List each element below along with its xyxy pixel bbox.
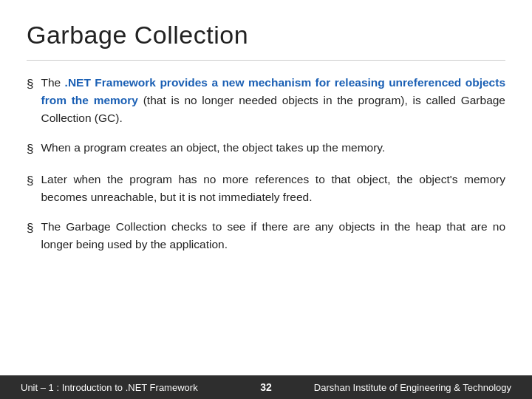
footer: Unit – 1 : Introduction to .NET Framewor… <box>0 375 532 399</box>
title-divider <box>27 60 505 61</box>
bullet-item-2: § When a program creates an object, the … <box>27 139 505 159</box>
page-title: Garbage Collection <box>27 21 505 50</box>
main-content: Garbage Collection § The .NET Framework … <box>0 0 532 280</box>
bullet-list: § The .NET Framework provides a new mech… <box>27 74 505 253</box>
bullet-symbol-4: § <box>27 219 33 238</box>
bullet-item-1: § The .NET Framework provides a new mech… <box>27 74 505 127</box>
footer-page-number: 32 <box>260 381 272 393</box>
bullet-text-3: Later when the program has no more refer… <box>41 171 505 206</box>
bullet-text-2: When a program creates an object, the ob… <box>41 139 505 157</box>
bullet-text-1: The .NET Framework provides a new mechan… <box>41 74 505 127</box>
bullet-item-3: § Later when the program has no more ref… <box>27 171 505 206</box>
bullet-symbol-3: § <box>27 171 33 191</box>
bullet-item-4: § The Garbage Collection checks to see i… <box>27 218 505 253</box>
bullet-symbol-2: § <box>27 140 33 159</box>
footer-left: Unit – 1 : Introduction to .NET Framewor… <box>21 382 260 393</box>
bullet-text-4: The Garbage Collection checks to see if … <box>41 218 505 253</box>
bullet-1-prefix: The <box>41 76 64 89</box>
bullet-symbol-1: § <box>27 75 33 94</box>
footer-right: Darshan Institute of Engineering & Techn… <box>272 382 511 393</box>
